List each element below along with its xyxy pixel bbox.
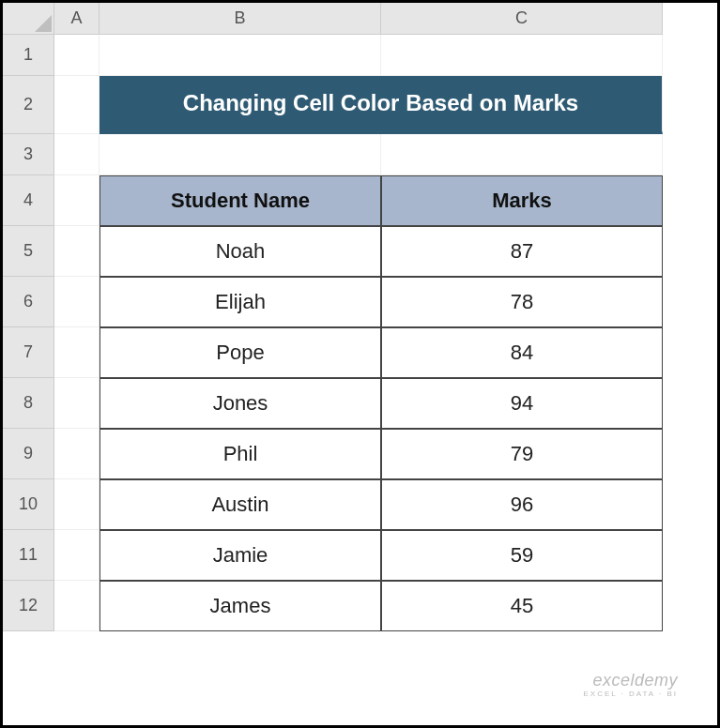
cell-a12[interactable] [54, 581, 100, 631]
row-header-7[interactable]: 7 [3, 327, 54, 378]
table-header-name[interactable]: Student Name [100, 175, 381, 226]
table-row[interactable]: 84 [381, 327, 663, 378]
table-row[interactable]: 94 [381, 378, 663, 429]
table-row[interactable]: 79 [381, 429, 663, 479]
cell-a2[interactable] [54, 76, 100, 134]
cell-a1[interactable] [54, 35, 100, 76]
title-cell[interactable]: Changing Cell Color Based on Marks [100, 76, 663, 134]
watermark: exceldemy EXCEL · DATA · BI [583, 672, 678, 699]
table-row[interactable]: 45 [381, 581, 663, 631]
row-header-8[interactable]: 8 [3, 378, 54, 429]
table-row[interactable]: James [100, 581, 381, 631]
column-header-a[interactable]: A [54, 3, 100, 35]
column-header-c[interactable]: C [381, 3, 663, 35]
cell-b3[interactable] [100, 134, 381, 175]
row-header-1[interactable]: 1 [3, 35, 54, 76]
table-row[interactable]: 96 [381, 479, 663, 530]
watermark-line1: exceldemy [583, 672, 678, 690]
spreadsheet-frame: A B C 1 2 Changing Cell Color Based on M… [0, 0, 720, 728]
table-row[interactable]: Pope [100, 327, 381, 378]
watermark-line2: EXCEL · DATA · BI [583, 690, 678, 699]
column-header-b[interactable]: B [100, 3, 381, 35]
row-header-2[interactable]: 2 [3, 76, 54, 134]
select-all-corner[interactable] [3, 3, 54, 35]
row-header-5[interactable]: 5 [3, 226, 54, 277]
svg-marker-0 [35, 15, 52, 32]
cell-a11[interactable] [54, 530, 100, 581]
cell-c1[interactable] [381, 35, 663, 76]
table-row[interactable]: Austin [100, 479, 381, 530]
cell-b1[interactable] [100, 35, 381, 76]
row-header-4[interactable]: 4 [3, 175, 54, 226]
table-row[interactable]: Phil [100, 429, 381, 479]
table-row[interactable]: Noah [100, 226, 381, 277]
row-header-10[interactable]: 10 [3, 479, 54, 530]
row-header-6[interactable]: 6 [3, 277, 54, 327]
table-row[interactable]: 59 [381, 530, 663, 581]
select-all-triangle-icon [35, 15, 52, 32]
row-header-9[interactable]: 9 [3, 429, 54, 479]
cell-a8[interactable] [54, 378, 100, 429]
row-header-3[interactable]: 3 [3, 134, 54, 175]
spreadsheet-grid: A B C 1 2 Changing Cell Color Based on M… [3, 3, 717, 631]
table-header-marks[interactable]: Marks [381, 175, 663, 226]
table-row[interactable]: Jamie [100, 530, 381, 581]
row-header-12[interactable]: 12 [3, 581, 54, 631]
table-row[interactable]: Jones [100, 378, 381, 429]
cell-a6[interactable] [54, 277, 100, 327]
cell-a7[interactable] [54, 327, 100, 378]
cell-c3[interactable] [381, 134, 663, 175]
row-header-11[interactable]: 11 [3, 530, 54, 581]
cell-a3[interactable] [54, 134, 100, 175]
cell-a10[interactable] [54, 479, 100, 530]
cell-a5[interactable] [54, 226, 100, 277]
table-row[interactable]: 78 [381, 277, 663, 327]
cell-a9[interactable] [54, 429, 100, 479]
table-row[interactable]: 87 [381, 226, 663, 277]
cell-a4[interactable] [54, 175, 100, 226]
table-row[interactable]: Elijah [100, 277, 381, 327]
